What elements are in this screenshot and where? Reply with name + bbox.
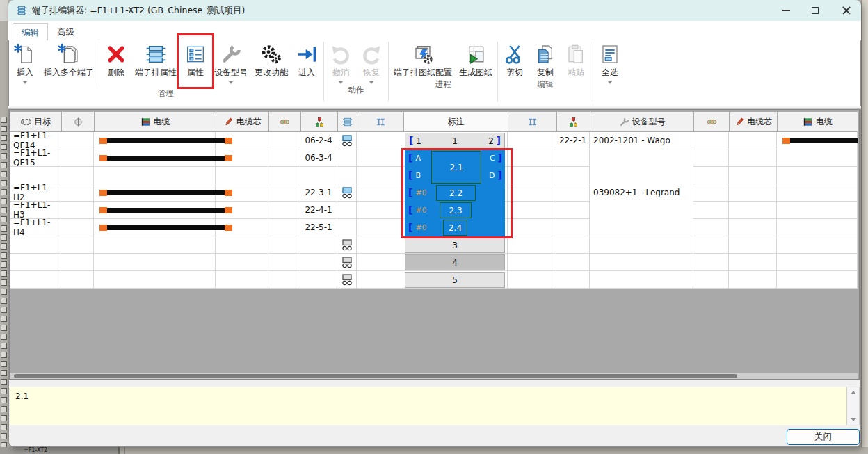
column-header-address-left[interactable]: [300, 111, 338, 132]
cell-address-left-row5[interactable]: 22-4-1: [300, 202, 337, 219]
close-window-button[interactable]: [835, 0, 858, 21]
close-button[interactable]: 关闭: [787, 429, 860, 445]
cell-jumper-right-row6[interactable]: [508, 219, 556, 236]
terminal-level-2.4[interactable]: 2.4: [443, 220, 467, 236]
cell-jumper-right-row1[interactable]: [508, 132, 556, 149]
cell-target-row2[interactable]: =F1+L1-QF15: [10, 149, 61, 167]
cell-jumper-right-row2[interactable]: [508, 149, 556, 167]
cell-jumper-right-row7[interactable]: [508, 236, 556, 254]
cell-plug-left-row2[interactable]: [268, 149, 300, 167]
dropdown-caret-icon[interactable]: [369, 81, 373, 84]
cell-address-left-row9[interactable]: [300, 271, 337, 289]
cell-address-left-row6[interactable]: 22-5-1: [300, 219, 337, 236]
undo-button[interactable]: 撤消: [326, 40, 356, 84]
generate-drawing-button[interactable]: 生成图纸: [456, 40, 496, 79]
cell-plug-right-row6[interactable]: [693, 219, 729, 236]
cell-address-right-row6[interactable]: [556, 219, 590, 236]
device-model-button[interactable]: 设备型号: [211, 40, 251, 84]
cell-plug-left-row6[interactable]: [268, 219, 300, 236]
table-horizontal-scrollbar-thumb[interactable]: [14, 374, 737, 378]
column-header-designation[interactable]: 标注: [403, 111, 508, 132]
cell-cable-right-row5[interactable]: [777, 202, 858, 219]
cell-jumper-right-row8[interactable]: [508, 254, 556, 271]
cell-terminal-row6[interactable]: [337, 219, 357, 236]
tab-edit[interactable]: 编辑: [13, 23, 48, 41]
column-header-core-right[interactable]: 电缆芯: [729, 111, 778, 132]
insert-button[interactable]: 插入: [10, 40, 40, 84]
cell-jumper-left-row8[interactable]: [357, 254, 403, 271]
scroll-up-icon[interactable]: [851, 391, 856, 394]
column-header-plug-left[interactable]: [268, 111, 301, 132]
cell-plug-right-row8[interactable]: [693, 254, 729, 271]
cell-address-left-row2[interactable]: 06-3-4: [300, 149, 337, 167]
properties-button[interactable]: 属性: [180, 40, 211, 79]
cell-jumper-left-row6[interactable]: [357, 219, 403, 236]
cell-position-row5[interactable]: [61, 202, 94, 219]
cell-core-left-row3[interactable]: [216, 167, 268, 184]
cell-position-row6[interactable]: [61, 219, 94, 236]
cell-cable-right-row4[interactable]: [777, 184, 858, 202]
delete-button[interactable]: 删除: [101, 40, 131, 79]
cell-address-right-row4[interactable]: [556, 184, 590, 202]
cell-target-row1[interactable]: =F1+L1-QF14: [10, 132, 61, 149]
cell-terminal-row2[interactable]: [337, 149, 357, 167]
cell-terminal-row3[interactable]: [337, 167, 357, 184]
dropdown-caret-icon[interactable]: [23, 81, 27, 84]
column-header-position[interactable]: [61, 111, 95, 132]
connection-marker-left[interactable]: [#0: [408, 204, 427, 216]
change-function-button[interactable]: 更改功能: [251, 40, 291, 79]
cell-jumper-left-row4[interactable]: [357, 184, 403, 202]
cell-core-right-row4[interactable]: [729, 184, 777, 202]
cell-cable-right-row2[interactable]: [777, 149, 858, 167]
cell-jumper-right-row9[interactable]: [508, 271, 556, 289]
cell-core-left-row7[interactable]: [216, 236, 268, 254]
cell-jumper-right-row3[interactable]: [508, 167, 556, 184]
tab-advanced[interactable]: 高级: [49, 23, 83, 40]
cell-plug-left-row4[interactable]: [268, 184, 300, 202]
connection-marker-right[interactable]: C]: [487, 152, 502, 164]
cell-jumper-left-row9[interactable]: [357, 271, 403, 289]
connection-marker-left[interactable]: [A: [408, 152, 421, 164]
terminal-level-2.2[interactable]: 2.2: [436, 185, 476, 201]
cell-terminal-row7[interactable]: [337, 236, 357, 254]
cell-core-right-row2[interactable]: [729, 149, 777, 167]
cell-plug-right-row9[interactable]: [693, 271, 729, 289]
terminal-designation-3[interactable]: 3: [405, 237, 505, 253]
cell-cable-left-row3[interactable]: [94, 167, 216, 184]
dropdown-caret-icon[interactable]: [229, 81, 233, 84]
cell-address-left-row8[interactable]: [300, 254, 337, 271]
enter-button[interactable]: 进入: [291, 40, 322, 79]
terminal-designation-5[interactable]: 5: [405, 272, 505, 288]
cell-plug-right-row5[interactable]: [693, 202, 729, 219]
column-header-terminal[interactable]: [337, 111, 357, 132]
terminal-info-textarea[interactable]: 2.1: [10, 387, 846, 425]
cell-core-right-row7[interactable]: [729, 236, 777, 254]
strip-drawing-config-button[interactable]: 端子排图纸配置: [390, 40, 456, 79]
cell-terminal-row4[interactable]: [337, 184, 357, 202]
cell-position-row3[interactable]: [61, 167, 94, 184]
cell-position-row7[interactable]: [61, 236, 94, 254]
cell-jumper-left-row7[interactable]: [357, 236, 403, 254]
cell-device-row9[interactable]: [590, 271, 693, 289]
cell-position-row4[interactable]: [61, 184, 94, 202]
cell-address-right-row5[interactable]: [556, 202, 590, 219]
cell-jumper-right-row5[interactable]: [508, 202, 556, 219]
cell-target-row7[interactable]: [10, 236, 61, 254]
cell-target-row6[interactable]: =F1+L1-H4: [10, 219, 61, 236]
column-header-core-left[interactable]: 电缆芯: [216, 111, 269, 132]
cell-terminal-row9[interactable]: [337, 271, 357, 289]
cell-core-left-row8[interactable]: [216, 254, 268, 271]
column-header-device[interactable]: 设备型号: [590, 111, 694, 132]
cell-jumper-right-row4[interactable]: [508, 184, 556, 202]
cell-address-right-row3[interactable]: [556, 167, 590, 184]
connection-marker-left[interactable]: [#0: [408, 186, 427, 199]
column-header-cable-right[interactable]: 电缆: [777, 111, 858, 132]
cell-core-left-row9[interactable]: [216, 271, 268, 289]
cell-plug-left-row1[interactable]: [268, 132, 300, 149]
cell-core-right-row3[interactable]: [729, 167, 777, 184]
column-header-target[interactable]: 目标: [10, 111, 62, 132]
cell-jumper-left-row3[interactable]: [357, 167, 403, 184]
terminal-designation-1[interactable]: [ 112 ]: [405, 133, 505, 149]
cell-cable-right-row9[interactable]: [777, 271, 858, 289]
paste-button[interactable]: 粘贴: [561, 40, 591, 79]
